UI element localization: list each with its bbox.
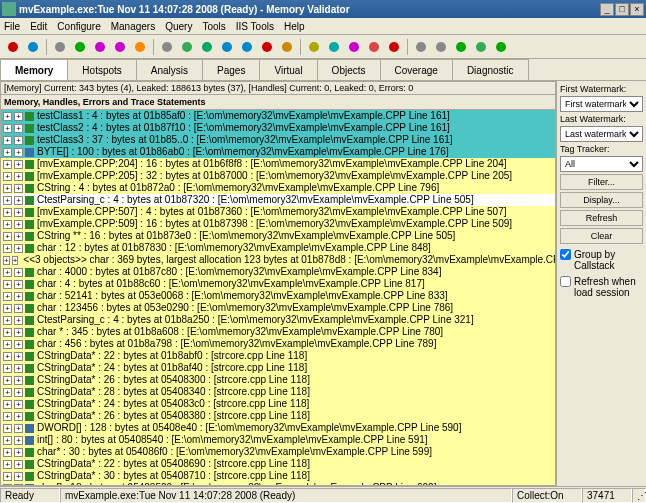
tab-virtual[interactable]: Virtual (259, 59, 317, 80)
expand-icon[interactable]: + (3, 304, 12, 313)
tree-row[interactable]: ++[mvExample.CPP:507] : 4 : bytes at 01b… (1, 206, 555, 218)
tree-row[interactable]: ++CString : 4 : bytes at 01b872a0 : [E:\… (1, 182, 555, 194)
tree-row[interactable]: ++char : 12 : bytes at 01b87830 : [E:\om… (1, 242, 555, 254)
expand-icon[interactable]: + (3, 136, 12, 145)
expand-icon[interactable]: + (14, 448, 23, 457)
tree-row[interactable]: ++char : 52141 : bytes at 053e0068 : [E:… (1, 290, 555, 302)
tree-row[interactable]: ++testClass1 : 4 : bytes at 01b85af0 : [… (1, 110, 555, 122)
toolbar-button-0[interactable] (4, 38, 22, 56)
tab-memory[interactable]: Memory (0, 59, 68, 80)
tree-row[interactable]: ++[mvExample.CPP:205] : 32 : bytes at 01… (1, 170, 555, 182)
tab-hotspots[interactable]: Hotspots (67, 59, 136, 80)
expand-icon[interactable]: + (3, 268, 12, 277)
expand-icon[interactable]: + (14, 376, 23, 385)
menu-edit[interactable]: Edit (30, 21, 47, 32)
expand-icon[interactable]: + (14, 364, 23, 373)
expand-icon[interactable]: + (14, 472, 23, 481)
toolbar-button-6[interactable] (131, 38, 149, 56)
expand-icon[interactable]: + (3, 472, 12, 481)
toolbar-button-8[interactable] (178, 38, 196, 56)
tree-row[interactable]: ++CStringData* : 24 : bytes at 01b8af40 … (1, 362, 555, 374)
clear-button[interactable]: Clear (560, 228, 643, 244)
expand-icon[interactable]: + (14, 316, 23, 325)
tree-row[interactable]: ++<<3 objects>> char : 369 bytes, larges… (1, 254, 555, 266)
expand-icon[interactable]: + (14, 328, 23, 337)
filter-button[interactable]: Filter... (560, 174, 643, 190)
expand-icon[interactable]: + (14, 112, 23, 121)
tree-row[interactable]: ++char * : 345 : bytes at 01b8a608 : [E:… (1, 326, 555, 338)
expand-icon[interactable]: + (14, 172, 23, 181)
tree-row[interactable]: ++CStringData* : 26 : bytes at 05408380 … (1, 410, 555, 422)
expand-icon[interactable]: + (3, 412, 12, 421)
group-callstack-checkbox[interactable] (560, 249, 571, 260)
expand-icon[interactable]: + (3, 340, 12, 349)
tag-tracker-select[interactable]: All (560, 156, 643, 172)
tree-row[interactable]: ++char : 123456 : bytes at 053e0290 : [E… (1, 302, 555, 314)
tab-diagnostic[interactable]: Diagnostic (452, 59, 529, 80)
expand-icon[interactable]: + (3, 112, 12, 121)
expand-icon[interactable]: + (3, 280, 12, 289)
tree-row[interactable]: ++CStringData* : 26 : bytes at 05408300 … (1, 374, 555, 386)
expand-icon[interactable]: + (3, 220, 12, 229)
toolbar-button-18[interactable] (385, 38, 403, 56)
toolbar-button-17[interactable] (365, 38, 383, 56)
expand-icon[interactable]: + (14, 352, 23, 361)
toolbar-button-1[interactable] (24, 38, 42, 56)
display-button[interactable]: Display... (560, 192, 643, 208)
toolbar-button-2[interactable] (51, 38, 69, 56)
expand-icon[interactable]: + (3, 328, 12, 337)
expand-icon[interactable]: + (14, 244, 23, 253)
expand-icon[interactable]: + (14, 196, 23, 205)
expand-icon[interactable]: + (3, 292, 12, 301)
expand-icon[interactable]: + (3, 316, 12, 325)
toolbar-button-11[interactable] (238, 38, 256, 56)
tree-row[interactable]: ++DWORD[] : 128 : bytes at 05408e40 : [E… (1, 422, 555, 434)
expand-icon[interactable]: + (3, 232, 12, 241)
expand-icon[interactable]: + (3, 256, 10, 265)
maximize-button[interactable]: □ (615, 3, 629, 16)
toolbar-button-12[interactable] (258, 38, 276, 56)
expand-icon[interactable]: + (14, 232, 23, 241)
tree-row[interactable]: ++[mvExample.CPP:509] : 16 : bytes at 01… (1, 218, 555, 230)
expand-icon[interactable]: + (3, 148, 12, 157)
tree-row[interactable]: ++CtestParsing_c : 4 : bytes at 01b8a250… (1, 314, 555, 326)
last-watermark-select[interactable]: Last watermark (560, 126, 643, 142)
tree-row[interactable]: ++CStringData* : 30 : bytes at 05408710 … (1, 470, 555, 482)
tree-row[interactable]: ++char : 456 : bytes at 01b8a798 : [E:\o… (1, 338, 555, 350)
expand-icon[interactable]: + (14, 136, 23, 145)
expand-icon[interactable]: + (3, 364, 12, 373)
expand-icon[interactable]: + (3, 460, 12, 469)
expand-icon[interactable]: + (3, 424, 12, 433)
expand-icon[interactable]: + (3, 388, 12, 397)
expand-icon[interactable]: + (3, 208, 12, 217)
tab-analysis[interactable]: Analysis (136, 59, 203, 80)
expand-icon[interactable]: + (14, 388, 23, 397)
expand-icon[interactable]: + (14, 400, 23, 409)
tree-row[interactable]: ++testClass2 : 4 : bytes at 01b87f10 : [… (1, 122, 555, 134)
expand-icon[interactable]: + (14, 160, 23, 169)
refresh-button[interactable]: Refresh (560, 210, 643, 226)
menu-tools[interactable]: Tools (202, 21, 225, 32)
tree-row[interactable]: ++char : 4000 : bytes at 01b87c80 : [E:\… (1, 266, 555, 278)
menu-help[interactable]: Help (284, 21, 305, 32)
expand-icon[interactable]: + (3, 160, 12, 169)
expand-icon[interactable]: + (14, 148, 23, 157)
tab-objects[interactable]: Objects (317, 59, 381, 80)
menu-iis-tools[interactable]: IIS Tools (236, 21, 274, 32)
expand-icon[interactable]: + (3, 484, 12, 487)
expand-icon[interactable]: + (14, 124, 23, 133)
minimize-button[interactable]: _ (600, 3, 614, 16)
toolbar-button-3[interactable] (71, 38, 89, 56)
tree-row[interactable]: ++char* : 30 : bytes at 054086f0 : [E:\o… (1, 446, 555, 458)
resize-grip[interactable]: ⋰ (632, 488, 646, 503)
tree-row[interactable]: ++CStringData* : 28 : bytes at 05408340 … (1, 386, 555, 398)
menu-file[interactable]: File (4, 21, 20, 32)
menu-configure[interactable]: Configure (57, 21, 100, 32)
tree-row[interactable]: ++[mvExample.CPP:204] : 16 : bytes at 01… (1, 158, 555, 170)
expand-icon[interactable]: + (14, 424, 23, 433)
expand-icon[interactable]: + (3, 184, 12, 193)
expand-icon[interactable]: + (14, 280, 23, 289)
toolbar-button-20[interactable] (432, 38, 450, 56)
expand-icon[interactable]: + (14, 208, 23, 217)
expand-icon[interactable]: + (14, 340, 23, 349)
